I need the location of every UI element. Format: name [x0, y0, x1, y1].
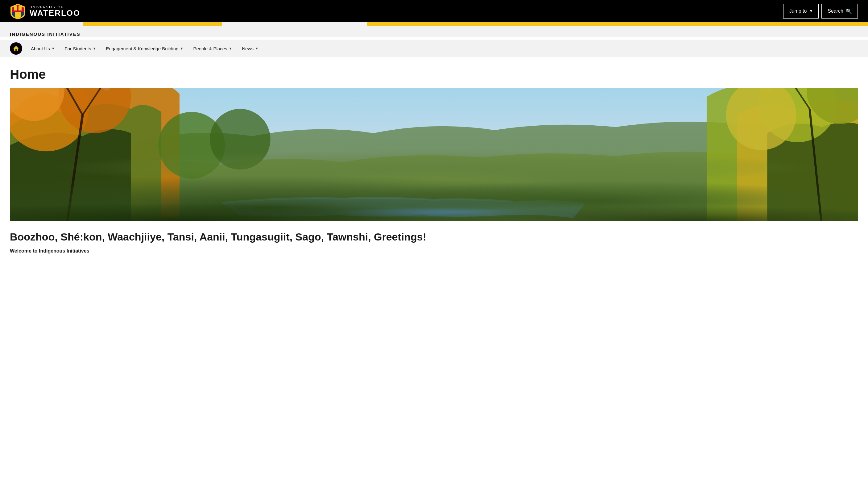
- hero-landscape-image: [10, 88, 858, 221]
- home-icon: [13, 45, 19, 52]
- section-title: INDIGENOUS INITIATIVES: [10, 31, 858, 37]
- nav-item-for-students[interactable]: For Students ▼: [60, 40, 101, 57]
- page-content: Home: [0, 57, 868, 254]
- welcome-subheading: Welcome to Indigenous Initiatives: [10, 248, 858, 254]
- svg-point-10: [758, 88, 837, 142]
- hero-svg: [10, 88, 858, 221]
- svg-line-16: [810, 109, 828, 221]
- jump-to-chevron-icon: ▼: [809, 9, 813, 13]
- svg-line-15: [83, 88, 107, 115]
- svg-point-6: [58, 88, 131, 133]
- main-navigation: About Us ▼ For Students ▼ Engagement & K…: [0, 40, 868, 57]
- svg-point-12: [726, 88, 796, 150]
- about-us-chevron-icon: ▼: [52, 47, 55, 50]
- color-bar-seg4: [367, 22, 868, 26]
- header-controls: Jump to ▼ Search 🔍: [783, 4, 858, 19]
- svg-point-8: [158, 112, 225, 179]
- for-students-chevron-icon: ▼: [93, 47, 96, 50]
- nav-item-news[interactable]: News ▼: [237, 40, 263, 57]
- page-title: Home: [10, 67, 858, 82]
- section-header: INDIGENOUS INITIATIVES: [0, 26, 868, 37]
- home-button[interactable]: [10, 42, 22, 54]
- nav-item-people-places[interactable]: People & Places ▼: [188, 40, 237, 57]
- color-bar-seg1: [0, 22, 83, 26]
- svg-line-14: [58, 88, 83, 115]
- nav-item-about-us[interactable]: About Us ▼: [26, 40, 60, 57]
- waterloo-label: WATERLOO: [30, 9, 80, 17]
- university-shield-icon: [10, 3, 26, 19]
- nav-item-engagement[interactable]: Engagement & Knowledge Building ▼: [101, 40, 188, 57]
- greeting-heading: Boozhoo, Shé:kon, Waachjiiye, Tansi, Aan…: [10, 231, 858, 243]
- svg-rect-0: [14, 6, 17, 10]
- logo-text: UNIVERSITY OF WATERLOO: [30, 6, 80, 17]
- people-places-chevron-icon: ▼: [229, 47, 232, 50]
- news-chevron-icon: ▼: [255, 47, 258, 50]
- svg-line-17: [785, 88, 810, 109]
- svg-point-7: [10, 88, 64, 121]
- top-header: UNIVERSITY OF WATERLOO Jump to ▼ Search …: [0, 0, 868, 22]
- color-bar: [0, 22, 868, 26]
- hero-image-container: [10, 88, 858, 221]
- jump-to-button[interactable]: Jump to ▼: [783, 4, 819, 19]
- svg-point-9: [210, 109, 270, 170]
- engagement-chevron-icon: ▼: [180, 47, 184, 50]
- color-bar-seg3: [222, 22, 367, 26]
- color-bar-seg2: [83, 22, 222, 26]
- svg-point-11: [807, 88, 858, 124]
- svg-line-13: [58, 115, 83, 221]
- logo-area: UNIVERSITY OF WATERLOO: [10, 3, 80, 19]
- svg-rect-2: [10, 88, 858, 221]
- svg-rect-1: [19, 6, 22, 10]
- search-icon: 🔍: [846, 8, 852, 14]
- svg-point-5: [10, 88, 89, 151]
- search-button[interactable]: Search 🔍: [822, 4, 858, 19]
